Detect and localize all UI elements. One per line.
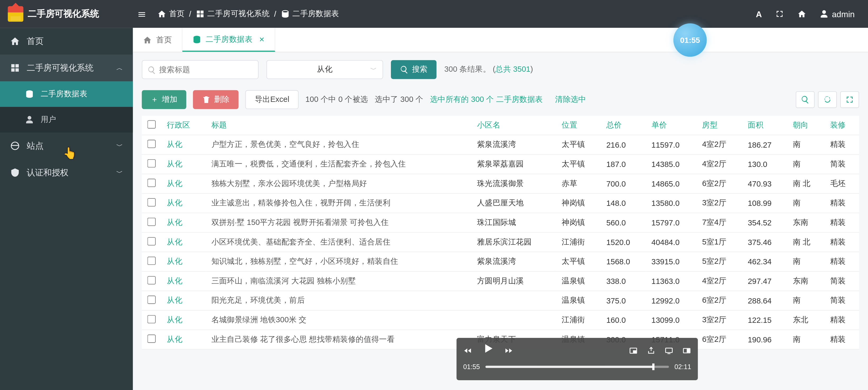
cell-area: 130.0 <box>742 155 787 174</box>
select-value-label: 从化 <box>317 64 333 75</box>
cell-location: 神岗镇 <box>556 193 600 213</box>
search-tool-button[interactable] <box>796 91 815 108</box>
progress-track[interactable] <box>486 366 669 368</box>
play-icon[interactable] <box>481 341 496 360</box>
row-checkbox[interactable] <box>148 140 156 148</box>
district-link[interactable]: 从化 <box>167 315 182 324</box>
district-link[interactable]: 从化 <box>167 296 182 305</box>
clear-selection-link[interactable]: 清除选中 <box>555 95 586 105</box>
district-link[interactable]: 从化 <box>167 218 182 227</box>
row-checkbox[interactable] <box>148 276 156 284</box>
pip-icon[interactable] <box>629 345 638 355</box>
district-link[interactable]: 从化 <box>167 140 182 149</box>
col-orient[interactable]: 朝向 <box>787 116 825 135</box>
search-button[interactable]: 搜索 <box>391 60 437 79</box>
cell-deco: 精装 <box>825 193 859 213</box>
button-label: 增加 <box>162 95 177 105</box>
tab-data-table[interactable]: 二手房数据表 ✕ <box>182 28 275 52</box>
export-excel-button[interactable]: 导出Excel <box>245 90 299 109</box>
cell-title: 满五唯一，税费低，交通便利，生活配套齐全，拎包入住 <box>206 155 471 174</box>
district-link[interactable]: 从化 <box>167 257 182 266</box>
fullscreen-icon[interactable] <box>775 9 784 19</box>
search-title-input[interactable] <box>142 60 258 79</box>
topbar-home-icon[interactable] <box>798 9 806 19</box>
row-checkbox[interactable] <box>148 315 156 324</box>
user-icon <box>25 115 34 124</box>
sidebar-item-data-table[interactable]: 二手房数据表 <box>0 81 133 107</box>
share-icon[interactable] <box>647 345 656 355</box>
col-deco[interactable]: 装修 <box>825 116 859 135</box>
district-link[interactable]: 从化 <box>167 237 182 246</box>
sidebar-item-label: 站点 <box>27 140 43 151</box>
select-all-checkbox[interactable] <box>148 120 156 129</box>
font-icon[interactable]: A <box>756 9 762 19</box>
user-menu[interactable]: admin <box>819 9 855 19</box>
theater-icon[interactable] <box>682 345 691 355</box>
cell-total: 560.0 <box>601 213 646 232</box>
sidebar-item-home[interactable]: 首页 <box>0 28 133 55</box>
rewind-icon[interactable] <box>463 345 472 355</box>
breadcrumb-table[interactable]: 二手房数据表 <box>281 9 339 19</box>
col-unit[interactable]: 单价 <box>646 116 697 135</box>
cell-title: 户型方正，景色优美，空气良好，拎包入住 <box>206 135 471 155</box>
tab-home[interactable]: 首页 <box>133 28 182 52</box>
district-link[interactable]: 从化 <box>167 198 182 207</box>
row-checkbox[interactable] <box>148 218 156 226</box>
col-community[interactable]: 小区名 <box>471 116 556 135</box>
cell-deco: 简装 <box>825 291 859 310</box>
col-location[interactable]: 位置 <box>556 116 600 135</box>
expand-button[interactable] <box>840 91 859 108</box>
select-all-link[interactable]: 选中所有的 300 个 二手房数据表 <box>430 95 543 105</box>
col-title[interactable]: 标题 <box>206 116 471 135</box>
search-title-field[interactable] <box>159 61 252 78</box>
sidebar-item-site[interactable]: 站点 ﹀ <box>0 133 133 159</box>
search-icon <box>148 65 156 75</box>
action-row: ＋ 增加 删除 导出Excel 100 个中 0 个被选 选中了 300 个 选… <box>142 87 859 116</box>
breadcrumb-system[interactable]: 二手房可视化系统 <box>195 9 270 19</box>
district-link[interactable]: 从化 <box>167 334 182 343</box>
district-link[interactable]: 从化 <box>167 276 182 285</box>
row-checkbox[interactable] <box>148 237 156 246</box>
progress-knob[interactable] <box>652 364 654 370</box>
close-icon[interactable]: ✕ <box>259 35 265 43</box>
breadcrumb: 首页 / 二手房可视化系统 / 二手房数据表 <box>157 9 339 19</box>
forward-icon[interactable] <box>504 345 513 355</box>
tabbar: 首页 二手房数据表 ✕ <box>133 28 868 52</box>
cell-location: 太平镇 <box>556 155 600 174</box>
cell-orient: 南 <box>787 291 825 310</box>
sidebar-item-label: 认证和授权 <box>27 167 68 178</box>
col-total[interactable]: 总价 <box>601 116 646 135</box>
row-checkbox[interactable] <box>148 257 156 265</box>
sidebar-item-user[interactable]: 用户 <box>0 107 133 133</box>
breadcrumb-home[interactable]: 首页 <box>157 9 185 19</box>
cast-icon[interactable] <box>664 345 674 355</box>
add-button[interactable]: ＋ 增加 <box>142 90 186 109</box>
cell-orient: 南 <box>787 252 825 272</box>
database-icon <box>25 90 34 99</box>
cell-deco: 精装 <box>825 135 859 155</box>
cell-orient: 东南 <box>787 272 825 291</box>
refresh-button[interactable] <box>818 91 837 108</box>
total-count-link[interactable]: 总共 3501 <box>495 64 530 74</box>
cell-location: 温泉镇 <box>556 272 600 291</box>
row-checkbox[interactable] <box>148 296 156 304</box>
cell-deco: 精装 <box>825 310 859 330</box>
row-checkbox[interactable] <box>148 159 156 168</box>
breadcrumb-sep: / <box>189 9 191 19</box>
col-layout[interactable]: 房型 <box>696 116 742 135</box>
col-district[interactable]: 行政区 <box>161 116 206 135</box>
row-checkbox[interactable] <box>148 334 156 343</box>
col-area[interactable]: 面积 <box>742 116 787 135</box>
cell-community <box>471 310 556 330</box>
region-select[interactable]: 从化 ﹀ <box>267 60 383 79</box>
sidebar-item-auth[interactable]: 认证和授权 ﹀ <box>0 159 133 186</box>
cell-community: 珠江国际城 <box>471 213 556 232</box>
district-link[interactable]: 从化 <box>167 159 182 168</box>
row-checkbox[interactable] <box>148 198 156 207</box>
row-checkbox[interactable] <box>148 178 156 187</box>
cell-unit: 14865.0 <box>646 174 697 193</box>
sidebar-item-system[interactable]: 二手房可视化系统 ︿ <box>0 55 133 81</box>
district-link[interactable]: 从化 <box>167 178 182 188</box>
delete-button[interactable]: 删除 <box>193 90 239 109</box>
hamburger-icon[interactable] <box>132 8 152 20</box>
